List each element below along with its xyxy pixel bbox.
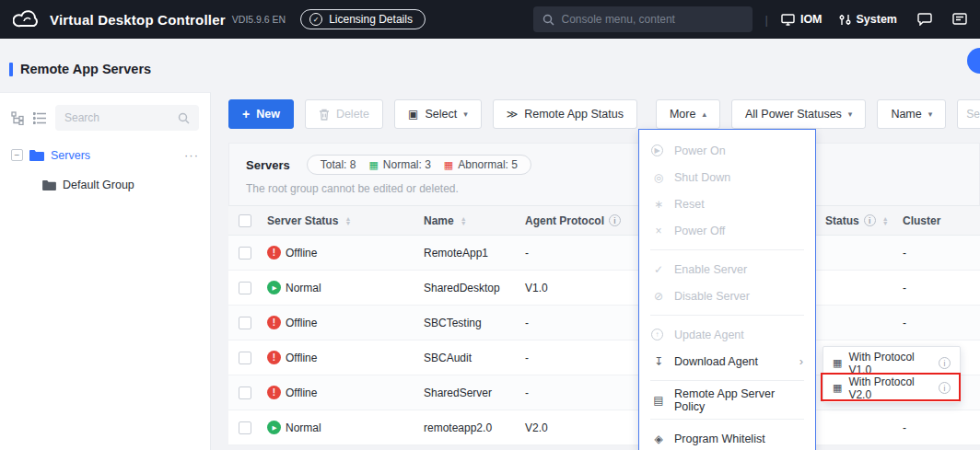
info-icon[interactable]: i	[609, 214, 621, 226]
menu-item-update-agent[interactable]: ↑ Update Agent	[639, 321, 815, 348]
ban-icon: ⊘	[651, 290, 666, 303]
servers-table: Server Status ▲▼ Name ▲▼ Agent Protocol …	[228, 206, 980, 445]
tree-node-label: Default Group	[63, 179, 134, 191]
more-button[interactable]: More ▴	[656, 99, 720, 129]
list-view-icon[interactable]	[33, 112, 47, 124]
tree-node-label: Servers	[51, 149, 90, 162]
submenu-item-protocol-v1[interactable]: ▦ With Protocol V1.0 i	[823, 351, 960, 375]
console-search-box[interactable]	[533, 6, 752, 32]
licensing-details-button[interactable]: ✓ Licensing Details	[300, 9, 426, 29]
table-search-input[interactable]	[966, 108, 980, 121]
sort-field-select[interactable]: Name ▾	[877, 99, 946, 129]
server-name: RemoteApp1	[418, 247, 519, 260]
info-icon[interactable]: i	[939, 382, 951, 394]
plus-icon: +	[242, 107, 250, 121]
info-icon[interactable]: i	[864, 214, 876, 226]
row-checkbox[interactable]	[239, 387, 251, 399]
col-cluster: Cluster	[903, 214, 940, 227]
normal-count: ▦ Normal: 3	[368, 158, 430, 171]
menu-item-remote-app-server-policy[interactable]: ▤ Remote App Server Policy	[639, 387, 815, 413]
select-button[interactable]: ▣ Select ▾	[394, 99, 482, 129]
chevron-up-icon: ▴	[702, 110, 706, 119]
notification-icon[interactable]	[952, 13, 967, 26]
menu-item-power-on[interactable]: ▶ Power On	[639, 137, 815, 164]
cluster-value: -	[897, 247, 980, 260]
tree-view-icon[interactable]	[11, 111, 25, 125]
menu-item-program-whitelist[interactable]: ◈ Program Whitelist	[639, 425, 815, 450]
table-row[interactable]: ▶Normal remoteapp2.0 V2.0 -	[228, 410, 980, 445]
row-checkbox[interactable]	[239, 421, 251, 434]
table-row[interactable]: !Offline RemoteApp1 - -	[228, 236, 980, 271]
server-status-icon: !	[267, 386, 281, 399]
remote-app-status-button[interactable]: ≫ Remote App Status	[493, 99, 637, 129]
table-row[interactable]: !Offline SBCTesting - -	[228, 306, 980, 340]
sort-icon[interactable]: ▲▼	[344, 216, 351, 225]
chat-icon[interactable]	[917, 13, 932, 26]
delete-button[interactable]: Delete	[305, 99, 383, 129]
chevron-down-icon: ▾	[463, 110, 468, 119]
total-count: Total: 8	[321, 158, 356, 171]
tree-node-default-group[interactable]: Default Group	[0, 170, 210, 200]
actions-toolbar: + New Delete ▣ Select ▾ ≫ Remote App Sta…	[228, 99, 980, 129]
agent-package-icon: ▦	[833, 357, 842, 369]
app-logo-icon	[13, 9, 41, 29]
download-agent-submenu: ▦ With Protocol V1.0 i ▦ With Protocol V…	[822, 346, 961, 403]
row-checkbox[interactable]	[239, 317, 251, 329]
title-accent-bar	[9, 63, 13, 76]
update-icon: ↑	[651, 329, 666, 340]
new-button[interactable]: + New	[228, 99, 294, 129]
menu-divider	[650, 380, 804, 381]
console-search-input[interactable]	[562, 13, 743, 26]
chevron-down-icon: ▾	[928, 110, 933, 119]
col-agent-protocol: Agent Protocol	[525, 214, 604, 227]
sort-icon[interactable]: ▲▼	[882, 216, 889, 225]
search-icon	[178, 112, 190, 124]
nav-iom[interactable]: IOM	[781, 13, 822, 26]
document-icon: ▤	[651, 394, 666, 407]
sort-icon[interactable]: ▲▼	[461, 216, 467, 225]
row-checkbox[interactable]	[239, 352, 251, 364]
server-counts-badge: Total: 8 ▦ Normal: 3 ▦ Abnormal: 5	[307, 155, 531, 175]
floating-action-button[interactable]	[967, 48, 980, 74]
submenu-item-protocol-v2[interactable]: ▦ With Protocol V2.0 i	[823, 375, 960, 400]
collapse-icon[interactable]: −	[11, 149, 23, 161]
row-checkbox[interactable]	[239, 247, 251, 260]
col-status: Status	[825, 214, 859, 227]
shut-down-icon: ◎	[651, 171, 666, 184]
monitor-icon	[781, 14, 795, 26]
search-icon	[542, 14, 554, 26]
menu-item-enable-server[interactable]: ✓ Enable Server	[639, 256, 815, 283]
menu-item-shut-down[interactable]: ◎ Shut Down	[639, 164, 815, 190]
page-title: Remote App Servers	[20, 62, 151, 76]
tree-search-input[interactable]	[64, 111, 172, 124]
server-name: SBCAudit	[418, 352, 519, 364]
tree-search-box[interactable]	[55, 105, 199, 131]
license-check-icon: ✓	[309, 13, 322, 26]
menu-item-power-off[interactable]: × Power Off	[639, 217, 815, 244]
nav-system[interactable]: System	[839, 13, 897, 26]
tree-node-more-button[interactable]: ···	[184, 148, 199, 162]
table-row[interactable]: ▶Normal SharedDesktop V1.0 -	[228, 271, 980, 306]
select-icon: ▣	[408, 108, 418, 121]
select-all-checkbox[interactable]	[239, 214, 251, 227]
whitelist-icon: ◈	[651, 433, 666, 445]
server-name: SharedDesktop	[418, 282, 519, 294]
servers-summary-panel: Servers Total: 8 ▦ Normal: 3 ▦ Abnormal:…	[228, 143, 980, 206]
cluster-value: -	[897, 282, 980, 294]
server-status-icon: ▶	[267, 281, 281, 294]
header-separator: |	[765, 13, 768, 27]
menu-item-disable-server[interactable]: ⊘ Disable Server	[639, 283, 815, 309]
tree-node-servers[interactable]: − Servers ···	[0, 140, 210, 170]
info-icon[interactable]: i	[939, 357, 951, 369]
menu-item-download-agent[interactable]: ↧ Download Agent ›	[639, 348, 815, 375]
table-search-box[interactable]	[957, 99, 980, 129]
sliders-icon	[839, 14, 851, 26]
menu-item-reset[interactable]: ∗ Reset	[639, 190, 815, 217]
reset-icon: ∗	[651, 198, 666, 211]
power-off-icon: ×	[651, 225, 666, 237]
cluster-value: -	[897, 421, 980, 434]
server-status-icon: ▶	[267, 421, 281, 434]
top-header: Virtual Desktop Controller VDI5.9.6 EN ✓…	[0, 0, 980, 39]
row-checkbox[interactable]	[239, 282, 251, 294]
power-status-filter[interactable]: All Power Statuses ▾	[731, 99, 866, 129]
